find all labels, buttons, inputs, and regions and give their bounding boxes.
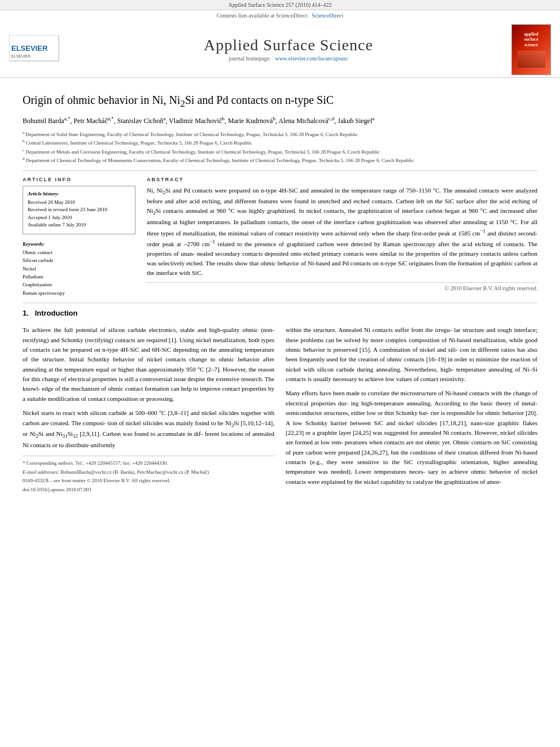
sciencedirect-link[interactable]: ScienceDirect xyxy=(312,12,343,19)
keyword-graphitization: Graphitization xyxy=(23,281,135,289)
footnote-2: E-mail addresses: BohumilBarda@vscht.cz … xyxy=(23,469,274,477)
article-info-label: ARTICLE INFO xyxy=(23,177,135,182)
elsevier-logo: ELSEVIER ELSEVIER xyxy=(9,35,65,64)
authors: Bohumil Bardaa,*, Petr Macháča,*, Stanis… xyxy=(23,115,537,126)
keyword-raman: Raman spectroscopy xyxy=(23,289,135,297)
intro-right-text: within the structure. Annealed Ni contac… xyxy=(286,325,537,384)
abstract-text: Ni, Ni2Si and Pd contacts were prepared … xyxy=(147,186,537,278)
abstract-label: ABSTRACT xyxy=(147,177,537,182)
article-info-box: Article history: Received 20 May 2010 Re… xyxy=(23,186,135,234)
journal-citation: Applied Surface Science 257 (2010) 414–4… xyxy=(0,0,560,10)
left-col: ARTICLE INFO Article history: Received 2… xyxy=(23,177,135,297)
sciencedirect-line: Contents lists available at ScienceDirec… xyxy=(0,10,560,20)
main-content: To achieve the full potential of silicon… xyxy=(23,325,537,495)
article-history-heading: Article history: xyxy=(28,191,130,196)
svg-text:ELSEVIER: ELSEVIER xyxy=(11,54,30,58)
footnote-3: 0169-4332/$ – see front matter © 2010 El… xyxy=(23,477,274,485)
keyword-nickel: Nickel xyxy=(23,265,135,273)
homepage-label: journal homepage: xyxy=(229,55,271,62)
keywords-list: Ohmic contact Silicon carbide Nickel Pal… xyxy=(23,248,135,297)
homepage-url[interactable]: www.elsevier.com/locate/apsusc xyxy=(275,55,348,62)
keyword-palladium: Palladium xyxy=(23,273,135,281)
section1-heading: 1. Introduction xyxy=(23,309,537,317)
intro-right-text2: Many efforts have been made to correlate… xyxy=(286,388,537,487)
intro-left-text2: Nickel starts to react with silicon carb… xyxy=(23,408,274,450)
keywords-heading: Keywords: xyxy=(23,241,135,247)
copyright: © 2010 Elsevier B.V. All rights reserved… xyxy=(147,282,537,291)
sciencedirect-text: Contents lists available at ScienceDirec… xyxy=(217,12,308,19)
right-col: ABSTRACT Ni, Ni2Si and Pd contacts were … xyxy=(147,177,537,297)
available-date: Available online 7 July 2010 xyxy=(28,221,130,229)
intro-left-text: To achieve the full potential of silicon… xyxy=(23,325,274,404)
svg-text:ELSEVIER: ELSEVIER xyxy=(11,44,48,53)
journal-homepage: journal homepage: www.elsevier.com/locat… xyxy=(65,54,511,64)
page: Applied Surface Science 257 (2010) 414–4… xyxy=(0,0,560,747)
keyword-ohmic: Ohmic contact xyxy=(23,248,135,256)
journal-name: Applied Surface Science xyxy=(65,36,511,54)
footnote-1: * Corresponding authors. Tel.: +420 2204… xyxy=(23,460,274,468)
divider xyxy=(23,171,537,171)
article-info-abstract: ARTICLE INFO Article history: Received 2… xyxy=(23,177,537,297)
copyright-text: © 2010 Elsevier B.V. All rights reserved… xyxy=(445,285,537,291)
keyword-sic: Silicon carbide xyxy=(23,256,135,264)
received-revised-date: Received in revised form 23 June 2010 xyxy=(28,206,130,214)
journal-cover-image: appliedsurfacescience xyxy=(511,24,551,75)
main-right: within the structure. Annealed Ni contac… xyxy=(286,325,537,495)
article-title: Origin of ohmic behavior in Ni, Ni2Si an… xyxy=(23,93,537,110)
section-divider xyxy=(23,303,537,303)
received-date: Received 20 May 2010 xyxy=(28,199,130,207)
journal-title-block: Applied Surface Science journal homepage… xyxy=(65,36,511,64)
article-body: Origin of ohmic behavior in Ni, Ni2Si an… xyxy=(0,78,560,506)
affiliations: a Department of Solid State Engineering,… xyxy=(23,130,537,165)
footnotes: * Corresponding authors. Tel.: +420 2204… xyxy=(23,456,274,493)
accepted-date: Accepted 1 July 2010 xyxy=(28,214,130,222)
journal-header: ELSEVIER ELSEVIER Applied Surface Scienc… xyxy=(0,20,560,78)
footnote-doi: doi:10.1016/j.apsusc.2010.07.003 xyxy=(23,486,274,494)
cover-title: appliedsurfacescience xyxy=(524,32,538,48)
main-left: To achieve the full potential of silicon… xyxy=(23,325,274,495)
citation-text: Applied Surface Science 257 (2010) 414–4… xyxy=(228,2,331,8)
